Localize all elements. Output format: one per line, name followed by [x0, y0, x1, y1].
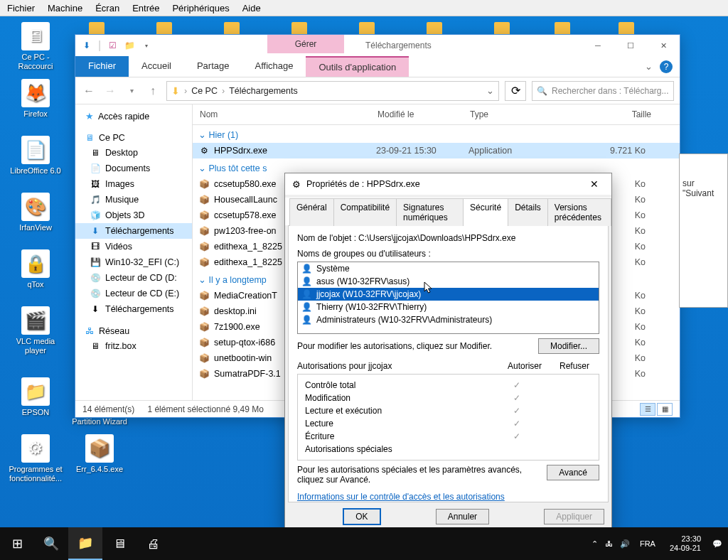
- address-box[interactable]: ⬇ › Ce PC › Téléchargements ⌄: [166, 81, 499, 101]
- address-drop-icon[interactable]: ⌄: [486, 85, 494, 96]
- nav-back-button[interactable]: ←: [81, 83, 97, 99]
- desktop-icon[interactable]: 📁EPSON: [7, 377, 64, 417]
- ribbon-tab-fichier[interactable]: Fichier: [75, 56, 129, 77]
- desktop-icon[interactable]: 🎨IrfanView: [7, 193, 64, 232]
- qat-down-icon[interactable]: ⬇: [81, 40, 92, 51]
- taskbar-settings[interactable]: 🖥: [102, 527, 136, 560]
- group-row[interactable]: 👤Système: [298, 262, 599, 275]
- desktop-icon[interactable]: 🔒qTox: [7, 249, 64, 289]
- tray-action-center-icon[interactable]: 💬: [712, 539, 722, 549]
- explorer-titlebar[interactable]: ⬇ | ☑ 📁 ▾ Gérer Téléchargements ─ ☐ ✕: [75, 35, 680, 56]
- nav-item-desktop[interactable]: 🖥Desktop: [75, 145, 192, 161]
- tab-details[interactable]: Détails: [508, 198, 548, 226]
- group-yesterday[interactable]: Hier (1): [193, 125, 680, 143]
- ribbon-chevron-icon[interactable]: ⌄: [645, 61, 653, 72]
- host-menu-fichier[interactable]: Fichier: [7, 3, 35, 14]
- desktop-icon[interactable]: 📄LibreOffice 6.0: [7, 136, 64, 176]
- nav-quick-access[interactable]: ★Accès rapide: [75, 109, 192, 124]
- view-details-button[interactable]: ☰: [640, 403, 655, 416]
- view-icons-button[interactable]: ▦: [657, 403, 673, 416]
- host-menubar[interactable]: Fichier Machine Écran Entrée Périphériqu…: [0, 0, 728, 16]
- tab-signatures[interactable]: Signatures numériques: [396, 198, 464, 226]
- ribbon-tab-outils[interactable]: Outils d'application: [306, 56, 409, 77]
- desktop-icon[interactable]: ⚙Programmes et fonctionnalité...: [7, 434, 64, 483]
- nav-recent-button[interactable]: ▾: [124, 83, 139, 99]
- host-menu-ecran[interactable]: Écran: [95, 3, 119, 14]
- search-button[interactable]: 🔍: [34, 527, 68, 560]
- tray-volume-icon[interactable]: 🔊: [620, 539, 630, 549]
- tab-general[interactable]: Général: [289, 198, 334, 226]
- nav-item-cd-d[interactable]: 💿Lecteur de CD (D:: [75, 270, 192, 286]
- group-row[interactable]: 👤asus (W10-32FRV\asus): [298, 275, 599, 288]
- host-menu-peripheriques[interactable]: Périphériques: [172, 3, 229, 14]
- nav-item-videos[interactable]: 🎞Vidéos: [75, 239, 192, 254]
- taskbar-hp[interactable]: 🖨: [136, 527, 171, 560]
- col-name[interactable]: Nom: [193, 104, 370, 124]
- desktop-icon[interactable]: 📦Err_6.4.5.exe: [71, 434, 128, 474]
- taskbar-explorer[interactable]: 📁: [68, 527, 102, 560]
- system-tray[interactable]: ⌃ 🖧 🔊 FRA 23:30 24-09-21 💬: [592, 534, 728, 553]
- tab-previous[interactable]: Versions précédentes: [547, 198, 611, 226]
- tray-chevron-icon[interactable]: ⌃: [592, 539, 598, 549]
- dialog-close-button[interactable]: ✕: [583, 176, 606, 193]
- nav-item-music[interactable]: 🎵Musique: [75, 192, 192, 208]
- nav-item-documents[interactable]: 📄Documents: [75, 161, 192, 176]
- nav-forward-button[interactable]: →: [102, 83, 118, 99]
- groups-listbox[interactable]: 👤Système👤asus (W10-32FRV\asus)👤jjcojax (…: [297, 262, 599, 334]
- ok-button[interactable]: OK: [343, 508, 380, 525]
- desktop-icon[interactable]: 🖥Ce PC - Raccourci: [7, 22, 64, 70]
- col-size[interactable]: Taille: [541, 104, 680, 124]
- group-row[interactable]: 👤Thierry (W10-32FRV\Thierry): [298, 301, 599, 313]
- nav-item-downloads[interactable]: ⬇Téléchargements: [75, 223, 192, 239]
- close-button[interactable]: ✕: [647, 35, 680, 56]
- crumb-cepc[interactable]: Ce PC: [191, 86, 218, 96]
- crumb-downloads[interactable]: Téléchargements: [229, 86, 298, 96]
- tray-clock[interactable]: 23:30 24-09-21: [665, 534, 705, 553]
- ribbon-context-manage[interactable]: Gérer: [267, 35, 344, 53]
- col-type[interactable]: Type: [463, 104, 541, 124]
- ribbon-tab-partage[interactable]: Partage: [184, 56, 242, 77]
- group-row[interactable]: 👤jjcojax (W10-32FRV\jjcojax): [298, 288, 599, 301]
- refresh-button[interactable]: ⟳: [505, 81, 526, 101]
- nav-item-fritz[interactable]: 🖥fritz.box: [75, 338, 192, 354]
- nav-network[interactable]: 🖧Réseau: [75, 324, 192, 338]
- nav-item-cd-e[interactable]: 💿Lecteur de CD (E:): [75, 286, 192, 301]
- help-icon[interactable]: ?: [660, 60, 673, 73]
- ribbon-tab-accueil[interactable]: Accueil: [129, 56, 184, 77]
- nav-item-images[interactable]: 🖼Images: [75, 176, 192, 192]
- cancel-button[interactable]: Annuler: [436, 509, 489, 524]
- search-box[interactable]: 🔍 Rechercher dans : Télécharg...: [532, 81, 674, 101]
- nav-item-downloads-2[interactable]: ⬇Téléchargements: [75, 301, 192, 317]
- desktop-icon[interactable]: 🎬VLC media player: [7, 306, 64, 355]
- apply-button[interactable]: Appliquer: [544, 509, 604, 524]
- tray-language[interactable]: FRA: [637, 539, 658, 548]
- tray-network-icon[interactable]: 🖧: [605, 539, 613, 548]
- access-control-link[interactable]: Informations sur le contrôle d'accès et …: [297, 492, 505, 502]
- nav-up-button[interactable]: ↑: [145, 83, 161, 99]
- host-menu-aide[interactable]: Aide: [242, 3, 261, 14]
- nav-this-pc[interactable]: 🖥Ce PC: [75, 131, 192, 145]
- group-row[interactable]: 👤Administrateurs (W10-32FRV\Administrate…: [298, 313, 599, 326]
- modify-button[interactable]: Modifier...: [538, 338, 599, 354]
- desktop-icon[interactable]: 🦊Firefox: [7, 79, 64, 119]
- nav-pane[interactable]: ★Accès rapide 🖥Ce PC 🖥Desktop 📄Documents…: [75, 104, 193, 400]
- file-row-selected[interactable]: ⚙HPPSdrx.exe 23-09-21 15:30 Application …: [193, 143, 680, 158]
- nav-item-drive-c[interactable]: 💾Win10-32_EFI (C:): [75, 254, 192, 270]
- maximize-button[interactable]: ☐: [614, 35, 647, 56]
- tab-compat[interactable]: Compatibilité: [333, 198, 397, 226]
- advanced-button[interactable]: Avancé: [547, 465, 599, 480]
- minimize-button[interactable]: ─: [582, 35, 614, 56]
- properties-titlebar[interactable]: ⚙ Propriétés de : HPPSdrx.exe ✕: [285, 173, 611, 195]
- desktop[interactable]: 🖥Ce PC - Raccourci🦊Firefox📄LibreOffice 6…: [0, 16, 728, 527]
- start-button[interactable]: ⊞: [0, 527, 34, 560]
- tab-security[interactable]: Sécurité: [463, 198, 508, 226]
- taskbar[interactable]: ⊞ 🔍 📁 🖥 🖨 ⌃ 🖧 🔊 FRA 23:30 24-09-21 💬: [0, 527, 728, 560]
- ribbon-tab-affichage[interactable]: Affichage: [242, 56, 306, 77]
- col-modified[interactable]: Modifié le: [370, 104, 463, 124]
- nav-item-3d[interactable]: 🧊Objets 3D: [75, 208, 192, 223]
- qat-check-icon[interactable]: ☑: [107, 40, 118, 51]
- host-menu-entree[interactable]: Entrée: [132, 3, 159, 14]
- qat-folder-icon[interactable]: 📁: [124, 40, 135, 51]
- host-menu-machine[interactable]: Machine: [48, 3, 82, 14]
- qat-drop-icon[interactable]: ▾: [141, 40, 152, 51]
